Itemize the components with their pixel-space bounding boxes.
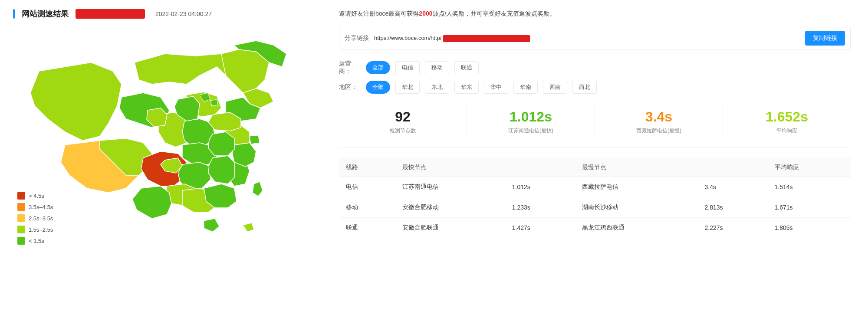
th-avg-time: 平均响应 <box>768 158 851 177</box>
row1-slowest-time: 3.4s <box>698 177 768 197</box>
row3-slowest-node: 黑龙江鸡西联通 <box>575 217 698 238</box>
map-container: > 4.5s 3.5s–4.5s 2.5s–3.5s 1.5s–2.5s < 1… <box>13 28 317 253</box>
row3-operator: 联通 <box>339 217 395 238</box>
legend-item-orange: 3.5s–4.5s <box>17 203 53 211</box>
region-filter-row: 地区： 全部 华北 东北 华东 华中 华南 西南 西北 <box>339 81 851 94</box>
legend-item-green: < 1.5s <box>17 237 53 245</box>
redacted-url <box>443 35 530 42</box>
region-filter-southwest[interactable]: 西南 <box>543 81 567 94</box>
legend-color-light-green <box>17 226 25 233</box>
stat-slowest: 3.4s 西藏拉萨电信(最慢) <box>595 104 723 138</box>
title-row: 网站测速结果 2022-02-23 04:00:27 <box>13 9 317 19</box>
invite-banner: 邀请好友注册boce最高可获得2000波点/人奖励，并可享受好友充值返波点奖励。 <box>339 9 851 18</box>
invite-highlight: 2000 <box>419 10 432 17</box>
table-row: 电信 江苏南通电信 1.012s 西藏拉萨电信 3.4s 1.514s <box>339 177 851 197</box>
legend-label-green: < 1.5s <box>29 238 44 244</box>
legend-label-light-green: 1.5s–2.5s <box>29 226 53 233</box>
region-filter-central[interactable]: 华中 <box>484 81 508 94</box>
region-filter-north[interactable]: 华北 <box>395 81 420 94</box>
legend-color-yellow <box>17 214 25 222</box>
th-fastest-time <box>505 158 575 177</box>
table-header-row: 线路 最快节点 最慢节点 平均响应 <box>339 158 851 177</box>
page-title: 网站测速结果 <box>22 9 69 19</box>
share-label: 分享链接 <box>345 34 369 42</box>
invite-text-after: 波点/人奖励，并可享受好友充值返波点奖励。 <box>433 10 556 17</box>
th-operator: 线路 <box>339 158 395 177</box>
region-filter-northeast[interactable]: 东北 <box>425 81 449 94</box>
legend-item-yellow: 2.5s–3.5s <box>17 214 53 222</box>
row2-fastest-time: 1.233s <box>505 197 575 217</box>
stat-slowest-value: 3.4s <box>595 108 723 125</box>
stat-avg-label: 平均响应 <box>723 127 851 134</box>
row3-fastest-node: 安徽合肥联通 <box>395 217 505 238</box>
row2-operator: 移动 <box>339 197 395 217</box>
china-map <box>13 28 317 253</box>
region-filter-label: 地区： <box>339 83 361 91</box>
operator-filter-telecom[interactable]: 电信 <box>395 61 420 74</box>
map-legend: > 4.5s 3.5s–4.5s 2.5s–3.5s 1.5s–2.5s < 1… <box>17 192 53 245</box>
legend-color-red <box>17 192 25 200</box>
stat-avg-value: 1.652s <box>723 108 851 125</box>
legend-color-orange <box>17 203 25 211</box>
table-row: 移动 安徽合肥移动 1.233s 湖南长沙移动 2.813s 1.671s <box>339 197 851 217</box>
region-filter-northwest[interactable]: 西北 <box>572 81 597 94</box>
operator-filter-mobile[interactable]: 移动 <box>425 61 449 74</box>
redacted-title-bar <box>76 9 145 19</box>
row1-fastest-node: 江苏南通电信 <box>395 177 505 197</box>
legend-label-red: > 4.5s <box>29 193 44 199</box>
row1-operator: 电信 <box>339 177 395 197</box>
row2-slowest-node: 湖南长沙移动 <box>575 197 698 217</box>
row2-fastest-node: 安徽合肥移动 <box>395 197 505 217</box>
stat-fastest: 1.012s 江苏南通电信(最快) <box>467 104 595 138</box>
row3-avg-time: 1.805s <box>768 217 851 238</box>
legend-label-yellow: 2.5s–3.5s <box>29 215 53 222</box>
stat-nodes-value: 92 <box>339 108 467 125</box>
row1-avg-time: 1.514s <box>768 177 851 197</box>
title-bar-accent <box>13 9 15 19</box>
region-filter-east[interactable]: 华东 <box>454 81 479 94</box>
row1-fastest-time: 1.012s <box>505 177 575 197</box>
copy-link-button[interactable]: 复制链接 <box>805 31 845 46</box>
stat-nodes: 92 检测节点数 <box>339 104 467 138</box>
th-slowest-node: 最慢节点 <box>575 158 698 177</box>
stat-avg: 1.652s 平均响应 <box>723 104 851 138</box>
left-panel: 网站测速结果 2022-02-23 04:00:27 <box>0 0 330 331</box>
table-row: 联通 安徽合肥联通 1.427s 黑龙江鸡西联通 2.227s 1.805s <box>339 217 851 238</box>
row2-avg-time: 1.671s <box>768 197 851 217</box>
stat-fastest-label: 江苏南通电信(最快) <box>467 127 595 134</box>
legend-color-green <box>17 237 25 245</box>
row2-slowest-time: 2.813s <box>698 197 768 217</box>
legend-item-red: > 4.5s <box>17 192 53 200</box>
result-table: 线路 最快节点 最慢节点 平均响应 电信 江苏南通电信 1.012s 西藏拉萨电… <box>339 158 851 238</box>
row3-fastest-time: 1.427s <box>505 217 575 238</box>
operator-filter-all[interactable]: 全部 <box>366 61 390 74</box>
row3-slowest-time: 2.227s <box>698 217 768 238</box>
operator-filter-row: 运营商： 全部 电信 移动 联通 <box>339 60 851 75</box>
share-row: 分享链接 https://www.boce.com/http/ 复制链接 <box>339 27 851 49</box>
legend-item-light-green: 1.5s–2.5s <box>17 226 53 233</box>
stat-slowest-label: 西藏拉萨电信(最慢) <box>595 127 723 134</box>
th-slowest-time <box>698 158 768 177</box>
th-fastest-node: 最快节点 <box>395 158 505 177</box>
stats-row: 92 检测节点数 1.012s 江苏南通电信(最快) 3.4s 西藏拉萨电信(最… <box>339 104 851 147</box>
region-filter-all[interactable]: 全部 <box>366 81 390 94</box>
stat-nodes-label: 检测节点数 <box>339 127 467 134</box>
filter-section: 运营商： 全部 电信 移动 联通 地区： 全部 华北 东北 华东 华中 华南 西… <box>339 60 851 94</box>
region-filter-south[interactable]: 华南 <box>513 81 538 94</box>
share-url: https://www.boce.com/http/ <box>374 35 800 42</box>
datetime: 2022-02-23 04:00:27 <box>155 10 212 17</box>
operator-filter-unicom[interactable]: 联通 <box>454 61 479 74</box>
operator-filter-label: 运营商： <box>339 60 361 75</box>
invite-text-before: 邀请好友注册boce最高可获得 <box>339 10 419 17</box>
legend-label-orange: 3.5s–4.5s <box>29 204 53 210</box>
row1-slowest-node: 西藏拉萨电信 <box>575 177 698 197</box>
stat-fastest-value: 1.012s <box>467 108 595 125</box>
right-panel: 邀请好友注册boce最高可获得2000波点/人奖励，并可享受好友充值返波点奖励。… <box>330 0 868 331</box>
